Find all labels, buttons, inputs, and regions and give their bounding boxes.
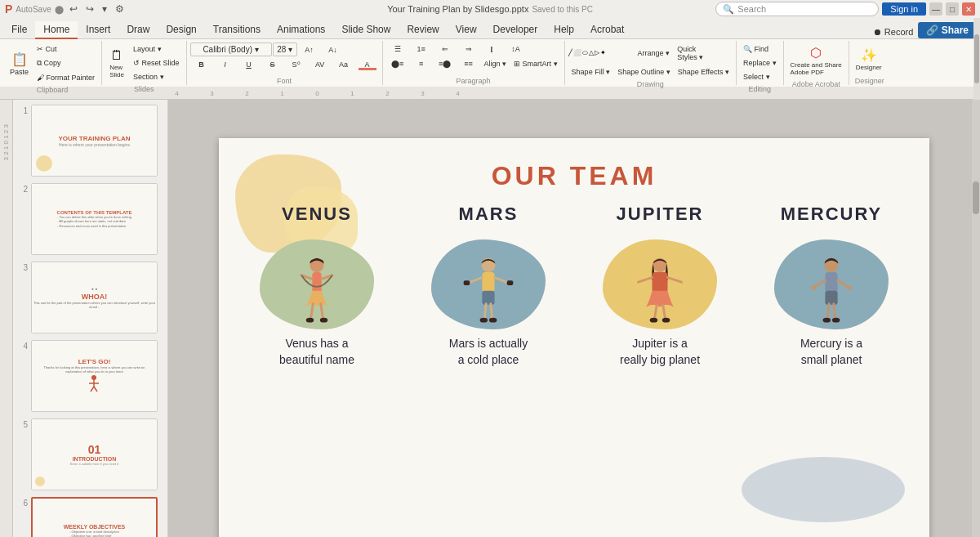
svg-point-0 bbox=[91, 375, 96, 380]
tab-design[interactable]: Design bbox=[158, 21, 204, 39]
font-size-selector[interactable]: 28 ▾ bbox=[273, 43, 297, 56]
font-color-button[interactable]: A bbox=[356, 58, 379, 71]
slide-thumb-6[interactable]: 6 WEEKLY OBJECTIVES - Objective one: a b… bbox=[16, 495, 164, 537]
increase-font-button[interactable]: A↑ bbox=[298, 43, 321, 56]
tab-file[interactable]: File bbox=[3, 21, 35, 39]
team-grid: VENUS bbox=[235, 204, 913, 530]
shape-item[interactable]: ╱ bbox=[568, 49, 572, 57]
record-button[interactable]: ⏺ Record bbox=[868, 25, 919, 38]
quick-styles-button[interactable]: QuickStyles ▾ bbox=[674, 43, 706, 64]
underline-button[interactable]: U bbox=[238, 58, 261, 71]
shape-item[interactable]: ⬭ bbox=[582, 49, 588, 57]
align-center-button[interactable]: ≡ bbox=[410, 57, 433, 70]
redo-button[interactable]: ↪ bbox=[83, 2, 96, 16]
tab-acrobat[interactable]: Acrobat bbox=[582, 21, 632, 39]
replace-button[interactable]: Replace ▾ bbox=[740, 56, 780, 69]
cut-button[interactable]: ✂ Cut bbox=[33, 43, 98, 56]
font-family-selector[interactable]: Calibri (Body) ▾ bbox=[190, 43, 272, 56]
qat-customize-button[interactable]: ⚙ bbox=[113, 2, 127, 16]
slide-thumb-1[interactable]: 1 YOUR TRAINING PLAN Here is where your … bbox=[16, 103, 164, 178]
search-box[interactable]: 🔍 Search bbox=[715, 2, 879, 16]
char-spacing-button[interactable]: AV bbox=[309, 58, 332, 71]
app-logo: P bbox=[5, 2, 12, 16]
canvas-area: OUR TEAM VENUS bbox=[168, 100, 980, 537]
numbering-button[interactable]: 1≡ bbox=[410, 43, 433, 56]
arrange-button[interactable]: Arrange ▾ bbox=[635, 47, 674, 60]
svg-rect-23 bbox=[507, 280, 514, 285]
svg-line-20 bbox=[468, 278, 482, 284]
tab-help[interactable]: Help bbox=[546, 21, 582, 39]
designer-button[interactable]: ✨ Designer bbox=[853, 45, 885, 74]
shape-item[interactable]: ▷ bbox=[595, 49, 599, 57]
bullets-button[interactable]: ☰ bbox=[386, 43, 409, 56]
canvas-scrollbar-thumb[interactable] bbox=[973, 181, 979, 214]
adobe-acrobat-label: Adobe Acrobat bbox=[787, 78, 845, 88]
share-button[interactable]: 🔗 Share bbox=[918, 22, 977, 38]
shape-effects-button[interactable]: Shape Effects ▾ bbox=[675, 65, 733, 78]
italic-button[interactable]: I bbox=[214, 58, 237, 71]
shape-item[interactable]: ⬜ bbox=[573, 49, 581, 57]
window-controls: — □ ✕ bbox=[929, 2, 975, 16]
slide-thumb-5[interactable]: 5 01 INTRODUCTION Enter a subtitle here … bbox=[16, 417, 164, 492]
venus-avatar bbox=[254, 231, 381, 329]
canvas-scrollbar-v[interactable] bbox=[972, 100, 980, 537]
tab-transitions[interactable]: Transitions bbox=[205, 21, 269, 39]
decrease-font-button[interactable]: A↓ bbox=[322, 43, 345, 56]
close-button[interactable]: ✕ bbox=[962, 2, 975, 16]
slide-thumb-2[interactable]: 2 CONTENTS OF THIS TEMPLATE - You can de… bbox=[16, 181, 164, 257]
shape-item[interactable]: △ bbox=[589, 49, 594, 57]
text-shadow-button[interactable]: S⁰ bbox=[285, 58, 308, 71]
align-right-button[interactable]: ≡⬤ bbox=[434, 57, 457, 70]
justify-button[interactable]: ≡≡ bbox=[457, 57, 480, 70]
align-text-button[interactable]: Align ▾ bbox=[481, 57, 510, 70]
bold-button[interactable]: B bbox=[190, 58, 213, 71]
vertical-ruler: 3 2 1 0 1 2 3 bbox=[0, 100, 13, 537]
new-slide-button[interactable]: 🗒 NewSlide bbox=[105, 46, 128, 81]
slide-thumb-4[interactable]: 4 LET'S GO! Thanks for looking at this p… bbox=[16, 338, 164, 414]
shape-item[interactable]: ✦ bbox=[600, 49, 606, 57]
tab-developer[interactable]: Developer bbox=[485, 21, 546, 39]
tab-view[interactable]: View bbox=[448, 21, 485, 39]
tab-draw[interactable]: Draw bbox=[118, 21, 158, 39]
reset-slide-button[interactable]: ↺ Reset Slide bbox=[130, 56, 183, 69]
find-button[interactable]: 🔍 Find bbox=[740, 43, 772, 56]
font-size-alt-button[interactable]: Aa bbox=[332, 58, 355, 71]
slide-thumb-3[interactable]: 3 ● ● WHOA! This can be the part of the … bbox=[16, 260, 164, 335]
undo-button[interactable]: ↩ bbox=[67, 2, 80, 16]
tab-slideshow[interactable]: Slide Show bbox=[333, 21, 399, 39]
select-button[interactable]: Select ▾ bbox=[740, 70, 773, 83]
jupiter-avatar bbox=[597, 231, 724, 329]
smartart-button[interactable]: ⊞ SmartArt ▾ bbox=[510, 57, 561, 70]
svg-point-41 bbox=[811, 285, 816, 290]
text-direction-button[interactable]: ↕A bbox=[505, 43, 528, 56]
align-left-button[interactable]: ⬤≡ bbox=[386, 57, 409, 70]
columns-button[interactable]: ⫿ bbox=[481, 43, 504, 56]
svg-rect-11 bbox=[312, 272, 321, 294]
minimize-button[interactable]: — bbox=[929, 2, 942, 16]
tab-animations[interactable]: Animations bbox=[269, 21, 333, 39]
format-painter-button[interactable]: 🖌 Format Painter bbox=[33, 71, 98, 84]
strikethrough-button[interactable]: S bbox=[261, 58, 284, 71]
tab-insert[interactable]: Insert bbox=[78, 21, 118, 39]
create-share-pdf-button[interactable]: ⬡ Create and ShareAdobe PDF bbox=[787, 43, 845, 78]
mercury-desc: Mercury is asmall planet bbox=[800, 336, 862, 368]
decrease-indent-button[interactable]: ⇐ bbox=[434, 43, 457, 56]
shape-outline-button[interactable]: Shape Outline ▾ bbox=[614, 65, 674, 78]
paste-button[interactable]: 📋 Paste bbox=[7, 49, 32, 78]
svg-line-26 bbox=[491, 304, 492, 320]
layout-button[interactable]: Layout ▾ bbox=[130, 43, 183, 56]
tab-review[interactable]: Review bbox=[399, 21, 447, 39]
autosave-toggle[interactable]: ⬤ bbox=[55, 5, 64, 14]
tab-home[interactable]: Home bbox=[35, 21, 78, 39]
increase-indent-button[interactable]: ⇒ bbox=[457, 43, 480, 56]
signin-button[interactable]: Sign in bbox=[882, 2, 926, 16]
qat-more-button[interactable]: ▾ bbox=[100, 2, 109, 16]
shape-fill-button[interactable]: Shape Fill ▾ bbox=[568, 65, 614, 78]
adobe-icon: ⬡ bbox=[810, 45, 822, 60]
mercury-name: MERCURY bbox=[781, 204, 882, 225]
svg-point-17 bbox=[320, 318, 327, 323]
section-button[interactable]: Section ▾ bbox=[130, 70, 183, 83]
restore-button[interactable]: □ bbox=[946, 2, 959, 16]
clipboard-group: 📋 Paste ✂ Cut ⧉ Copy 🖌 Format Painter Cl… bbox=[3, 41, 102, 85]
copy-button[interactable]: ⧉ Copy bbox=[33, 56, 98, 70]
